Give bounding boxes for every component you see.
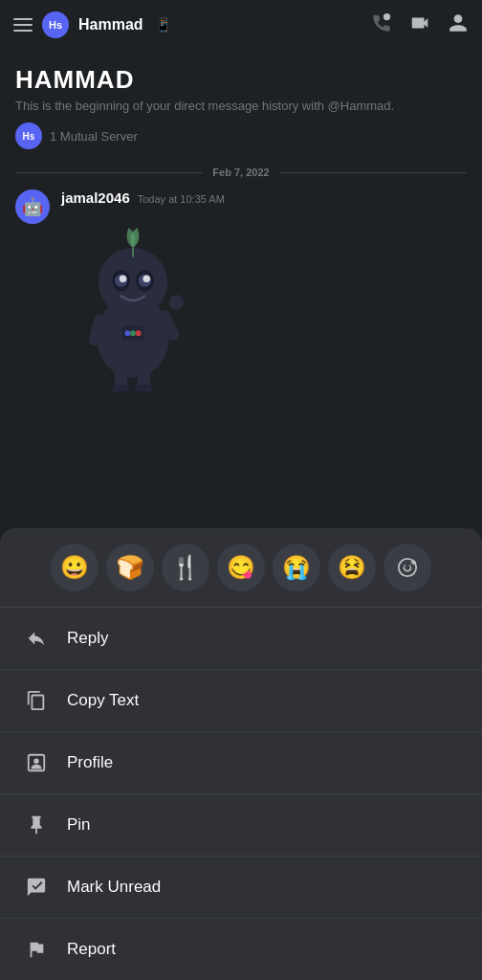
- menu-item-reply[interactable]: Reply: [0, 608, 482, 670]
- emoji-button-4[interactable]: 😭: [273, 544, 320, 591]
- menu-item-pin[interactable]: Pin: [0, 794, 482, 857]
- reply-label: Reply: [67, 629, 108, 648]
- profile-icon[interactable]: [448, 12, 469, 38]
- top-bar-left: Hs Hammad 📱: [13, 11, 362, 38]
- channel-name: Hammad: [78, 16, 143, 33]
- svg-point-19: [130, 330, 136, 336]
- svg-point-23: [409, 565, 411, 567]
- mutual-server-text: 1 Mutual Server: [50, 129, 138, 144]
- copy-text-label: Copy Text: [67, 691, 139, 710]
- chat-area: HAMMAD This is the beginning of your dir…: [0, 50, 482, 395]
- svg-point-12: [169, 295, 184, 309]
- emoji-button-3[interactable]: 😋: [217, 544, 265, 591]
- svg-point-20: [136, 330, 142, 336]
- svg-point-7: [120, 275, 127, 282]
- message-content: jamal2046 Today at 10:35 AM: [61, 189, 225, 395]
- message-row: 🤖 jamal2046 Today at 10:35 AM: [15, 189, 467, 395]
- svg-point-18: [124, 330, 130, 336]
- emoji-button-0[interactable]: 😀: [51, 544, 99, 591]
- message-meta: jamal2046 Today at 10:35 AM: [61, 189, 225, 206]
- svg-point-15: [112, 384, 130, 391]
- profile-label: Profile: [67, 753, 113, 772]
- menu-item-report[interactable]: Report: [0, 919, 482, 980]
- video-icon[interactable]: [409, 12, 430, 38]
- emoji-reaction-row: 😀 🍞 🍴 😋 😭 😫: [0, 544, 482, 608]
- svg-point-27: [33, 758, 39, 764]
- emoji-button-5[interactable]: 😫: [328, 544, 376, 591]
- report-label: Report: [67, 940, 116, 959]
- svg-point-2: [99, 248, 167, 317]
- svg-point-22: [404, 565, 405, 567]
- emoji-button-1[interactable]: 🍞: [106, 544, 154, 591]
- mark-unread-label: Mark Unread: [67, 878, 161, 897]
- emoji-button-2[interactable]: 🍴: [162, 544, 209, 591]
- call-icon[interactable]: [371, 12, 392, 38]
- context-menu: 😀 🍞 🍴 😋 😭 😫 Reply: [0, 528, 482, 980]
- reply-icon: [23, 625, 50, 652]
- svg-point-0: [383, 12, 390, 19]
- date-divider: Feb 7, 2022: [15, 167, 467, 178]
- top-bar: Hs Hammad 📱: [0, 0, 482, 50]
- message-avatar: 🤖: [15, 189, 50, 224]
- profile-menu-icon: [23, 749, 50, 776]
- menu-item-mark-unread[interactable]: Mark Unread: [0, 857, 482, 919]
- copy-text-icon: [23, 687, 50, 714]
- add-reaction-button[interactable]: [383, 544, 431, 591]
- svg-point-16: [135, 384, 153, 391]
- channel-avatar: Hs: [42, 11, 69, 38]
- menu-item-profile[interactable]: Profile: [0, 732, 482, 794]
- date-divider-text: Feb 7, 2022: [212, 167, 269, 178]
- online-indicator: 📱: [155, 17, 171, 33]
- message-username: jamal2046: [61, 189, 130, 206]
- chat-description: This is the beginning of your direct mes…: [15, 99, 467, 113]
- robot-illustration: [61, 210, 205, 391]
- mutual-server-avatar: Hs: [15, 122, 42, 149]
- report-icon: [23, 936, 50, 963]
- pin-icon: [23, 812, 50, 838]
- chat-title: HAMMAD: [15, 65, 467, 95]
- mutual-server: Hs 1 Mutual Server: [15, 122, 467, 149]
- mark-unread-icon: [23, 874, 50, 901]
- hamburger-menu-button[interactable]: [13, 18, 33, 32]
- chat-header: HAMMAD This is the beginning of your dir…: [15, 65, 467, 149]
- message-image: [61, 210, 225, 395]
- avatar-initials: Hs: [49, 19, 62, 31]
- menu-item-copy-text[interactable]: Copy Text: [0, 670, 482, 732]
- svg-point-8: [142, 275, 150, 282]
- top-bar-icons: [371, 12, 469, 38]
- pin-label: Pin: [67, 815, 91, 835]
- message-time: Today at 10:35 AM: [138, 193, 225, 205]
